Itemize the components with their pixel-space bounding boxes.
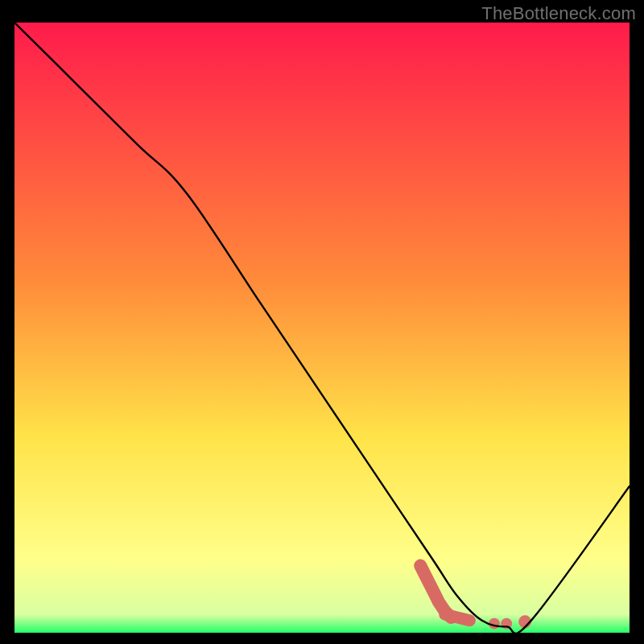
chart-frame: TheBottleneck.com — [0, 0, 644, 644]
chart-svg — [14, 23, 630, 633]
watermark-text: TheBottleneck.com — [481, 3, 636, 24]
plot-area — [14, 23, 630, 633]
marker-foot — [445, 614, 470, 621]
